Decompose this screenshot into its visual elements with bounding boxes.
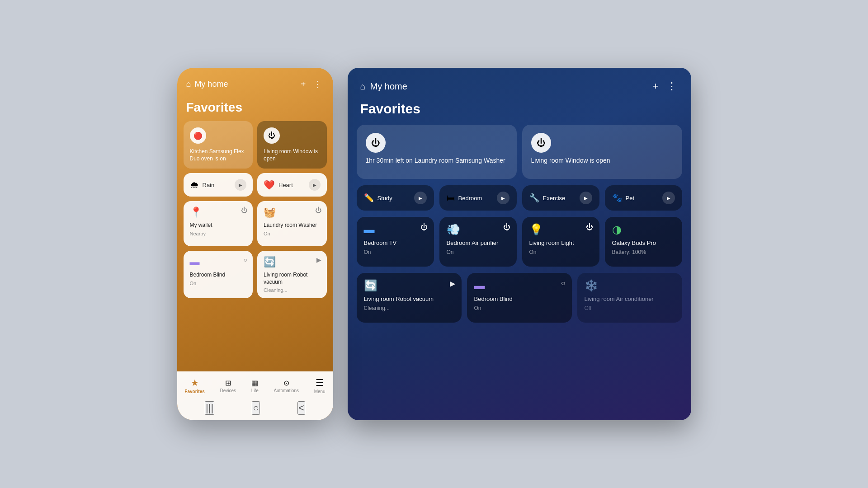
heart-icon: ❤️ (264, 179, 275, 190)
tablet-more-button[interactable]: ⋮ (665, 79, 679, 94)
phone-navbar: ★ Favorites ⊞ Devices ▦ Life ⊙ Automatio… (177, 371, 333, 398)
study-label: Study (377, 195, 410, 202)
pet-label: Pet (626, 195, 659, 202)
vacuum-status: Cleaning... (264, 287, 321, 293)
tablet-blind-power-icon[interactable]: ○ (561, 279, 566, 287)
light-power-icon[interactable]: ⏻ (586, 223, 593, 231)
bedroom-play-button[interactable]: ▶ (497, 192, 509, 204)
wallet-status: Nearby (190, 231, 247, 236)
tablet-vacuum-card[interactable]: ▶ 🔄 Living room Robot vacuum Cleaning... (357, 273, 462, 323)
study-play-button[interactable]: ▶ (414, 192, 427, 204)
buds-name: Galaxy Buds Pro (612, 239, 675, 247)
buds-status: Battery: 100% (612, 249, 675, 255)
tablet-device: ⌂ My home + ⋮ Favorites ⏻ 1hr 30min left… (348, 68, 691, 420)
tablet-washer-label: 1hr 30min left on Laundry room Samsung W… (366, 156, 508, 165)
light-name: Living room Light (529, 239, 592, 247)
nav-life[interactable]: ▦ Life (248, 377, 262, 395)
life-nav-label: Life (251, 388, 259, 393)
window-label: Living room Window is open (264, 148, 321, 162)
blind-icon: ▬ (190, 256, 247, 268)
tablet-blind-name: Bedroom Blind (474, 296, 565, 303)
phone-fav-card-window[interactable]: ⏻ Living room Window is open (257, 121, 327, 169)
pet-play-button[interactable]: ▶ (662, 192, 675, 204)
tablet-blind-card[interactable]: ○ ▬ Bedroom Blind On (467, 273, 572, 323)
devices-nav-icon: ⊞ (225, 379, 231, 387)
oven-label: Kitchen Samsung Flex Duo oven is on (190, 148, 247, 162)
tv-name: Bedroom TV (364, 239, 427, 247)
bedroom-routine-icon: 🛏 (447, 193, 455, 203)
phone-more-button[interactable]: ⋮ (311, 77, 324, 91)
phone-wallet-card[interactable]: ⏻ 📍 My wallet Nearby (184, 201, 253, 246)
tablet-home-icon: ⌂ (360, 81, 366, 92)
tablet-ac-card[interactable]: ❄️ Living room Air conditioner Off (577, 273, 682, 323)
phone-fav-card-oven[interactable]: 🔴 Kitchen Samsung Flex Duo oven is on (184, 121, 253, 169)
tv-power-icon[interactable]: ⏻ (420, 223, 428, 231)
nav-favorites[interactable]: ★ Favorites (181, 375, 208, 396)
tablet-tv-card[interactable]: ⏻ ▬ Bedroom TV On (357, 217, 434, 267)
tablet-routine-pet[interactable]: 🐾 Pet ▶ (605, 185, 682, 211)
airpurifier-power-icon[interactable]: ⏻ (503, 223, 510, 231)
phone-blind-card[interactable]: ○ ▬ Bedroom Blind On (184, 251, 253, 298)
phone-washer-card[interactable]: ⏻ 🧺 Laundry room Washer On (257, 201, 327, 246)
phone-bottom-bar: ||| ○ < (177, 398, 333, 420)
tablet-routine-exercise[interactable]: 🔧 Exercise ▶ (522, 185, 599, 211)
tv-status: On (364, 249, 427, 255)
exercise-play-button[interactable]: ▶ (580, 192, 592, 204)
tablet-vacuum-play-icon[interactable]: ▶ (450, 279, 455, 288)
phone-routine-heart[interactable]: ❤️ Heart ▶ (257, 173, 327, 197)
tablet-add-button[interactable]: + (651, 79, 660, 94)
tablet-light-card[interactable]: ⏻ 💡 Living room Light On (522, 217, 599, 267)
phone-recents-button[interactable]: ||| (205, 401, 214, 415)
nav-devices[interactable]: ⊞ Devices (216, 377, 240, 395)
washer-icon: 🧺 (264, 206, 321, 218)
heart-play-button[interactable]: ▶ (309, 179, 321, 191)
tablet-fav-washer[interactable]: ⏻ 1hr 30min left on Laundry room Samsung… (357, 125, 517, 179)
washer-power-icon[interactable]: ⏻ (315, 206, 321, 214)
automations-nav-icon: ⊙ (283, 379, 289, 387)
exercise-icon: 🔧 (529, 193, 539, 203)
favorites-nav-icon: ★ (191, 377, 199, 388)
tablet-routine-study[interactable]: ✏️ Study ▶ (357, 185, 434, 211)
tablet-content: ⏻ 1hr 30min left on Laundry room Samsung… (348, 125, 691, 420)
tablet-routine-bedroom[interactable]: 🛏 Bedroom ▶ (439, 185, 517, 211)
washer-status: On (264, 231, 321, 236)
phone-device-row1: ⏻ 📍 My wallet Nearby ⏻ 🧺 Laundry room Wa… (184, 201, 327, 246)
airpurifier-status: On (447, 249, 509, 255)
tablet-device-row1: ⏻ ▬ Bedroom TV On ⏻ 💨 Bedroom Air purifi… (357, 217, 682, 267)
rain-play-button[interactable]: ▶ (235, 179, 246, 191)
tablet-window-label: Living room Window is open (531, 156, 673, 165)
tablet-airpurifier-card[interactable]: ⏻ 💨 Bedroom Air purifier On (439, 217, 517, 267)
window-icon: ⏻ (264, 127, 280, 144)
tablet-header: ⌂ My home + ⋮ (348, 68, 691, 101)
tablet-device-row2: ▶ 🔄 Living room Robot vacuum Cleaning...… (357, 273, 682, 323)
wallet-power-icon[interactable]: ⏻ (241, 206, 247, 214)
blind-power-icon[interactable]: ○ (244, 256, 247, 263)
nav-automations[interactable]: ⊙ Automations (270, 377, 302, 395)
phone-home-button[interactable]: ○ (252, 401, 259, 415)
tablet-routines: ✏️ Study ▶ 🛏 Bedroom ▶ 🔧 Exercise ▶ 🐾 Pe… (357, 185, 682, 211)
rain-icon: 🌧 (190, 180, 199, 190)
vacuum-play-icon[interactable]: ▶ (316, 256, 321, 263)
bedroom-routine-label: Bedroom (458, 195, 493, 202)
tablet-fav-window[interactable]: ⏻ Living room Window is open (522, 125, 682, 179)
phone-title: My home (194, 80, 295, 89)
oven-icon: 🔴 (190, 127, 206, 144)
tablet-buds-card[interactable]: ◑ Galaxy Buds Pro Battery: 100% (605, 217, 682, 267)
phone-header: ⌂ My home + ⋮ (177, 68, 333, 96)
phone-add-button[interactable]: + (299, 77, 308, 91)
tablet-vacuum-status: Cleaning... (364, 305, 454, 311)
airpurifier-icon: 💨 (447, 223, 509, 236)
automations-nav-label: Automations (274, 388, 299, 393)
phone-fav-cards: 🔴 Kitchen Samsung Flex Duo oven is on ⏻ … (184, 121, 327, 169)
tablet-window-icon: ⏻ (531, 133, 551, 153)
phone-back-button[interactable]: < (297, 401, 305, 415)
tablet-blind-status: On (474, 305, 565, 311)
tablet-blind-icon: ▬ (474, 279, 565, 292)
menu-nav-icon: ☰ (316, 377, 324, 388)
tablet-fav-cards: ⏻ 1hr 30min left on Laundry room Samsung… (357, 125, 682, 179)
nav-menu[interactable]: ☰ Menu (311, 375, 329, 396)
phone-device: ⌂ My home + ⋮ Favorites 🔴 Kitchen Samsun… (177, 68, 333, 420)
favorites-nav-label: Favorites (184, 389, 204, 394)
phone-routine-rain[interactable]: 🌧 Rain ▶ (184, 173, 253, 197)
phone-vacuum-card[interactable]: ▶ 🔄 Living room Robot vacuum Cleaning... (257, 251, 327, 298)
